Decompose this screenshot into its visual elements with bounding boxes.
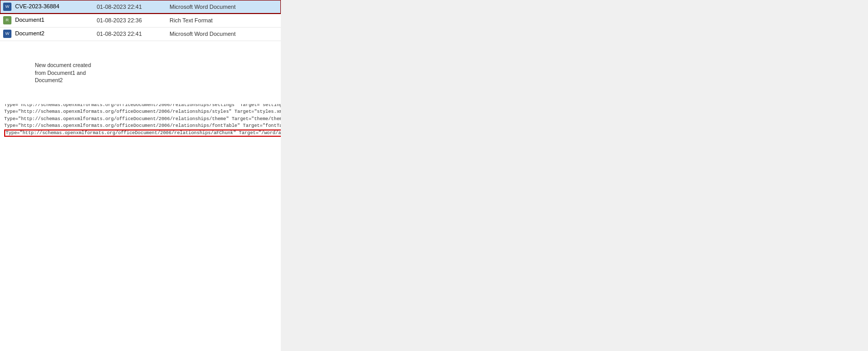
left-panel: W CVE-2023-36884 01-08-2023 22:41 Micros…	[0, 0, 281, 351]
file-name-cell: W Document2	[0, 27, 94, 41]
bottom-xml-line7: Type="http://schemas.openxmlformats.org/…	[4, 130, 281, 137]
file-type: Microsoft Word Document	[166, 0, 281, 14]
file-type-icon: W	[3, 3, 11, 11]
file-date: 01-08-2023 22:36	[94, 14, 166, 27]
xml-line1: />N :rPr> ="preserve">will be created. <…	[4, 107, 277, 137]
file-date: 01-08-2023 22:41	[94, 27, 166, 41]
file-name-cell: W CVE-2023-36884	[0, 0, 94, 14]
new-doc-annotation: New document createdfrom Document1 andDo…	[35, 61, 91, 84]
bottom-xml-line4: Type="http://schemas.openxmlformats.org/…	[4, 109, 281, 116]
file-type-icon: R	[3, 16, 11, 24]
file-date: 01-08-2023 22:41	[94, 0, 166, 14]
xml-snippet: />N :rPr> ="preserve">will be created. <…	[0, 104, 281, 140]
file-row[interactable]: R Document1 01-08-2023 22:36 Rich Text F…	[0, 14, 281, 27]
file-row[interactable]: W Document2 01-08-2023 22:41 Microsoft W…	[0, 27, 281, 41]
file-name: Document2	[15, 30, 44, 36]
file-type: Microsoft Word Document	[166, 27, 281, 41]
file-type: Rich Text Format	[166, 14, 281, 27]
bottom-xml-highlighted: Type="http://schemas.openxmlformats.org/…	[4, 129, 281, 137]
file-name: CVE-2023-36884	[15, 3, 59, 9]
bottom-xml: <?xml version="1.0" encoding="utf-8"?><R…	[0, 104, 281, 140]
bottom-xml-line5: Type="http://schemas.openxmlformats.org/…	[4, 116, 281, 123]
file-type-icon: W	[3, 30, 11, 38]
file-table: W CVE-2023-36884 01-08-2023 22:41 Micros…	[0, 0, 281, 41]
file-name-cell: R Document1	[0, 14, 94, 27]
file-row[interactable]: W CVE-2023-36884 01-08-2023 22:41 Micros…	[0, 0, 281, 14]
bottom-xml-line3: Type="http://schemas.openxmlformats.org/…	[4, 104, 281, 109]
bottom-xml-line6: Type="http://schemas.openxmlformats.org/…	[4, 123, 281, 130]
file-name: Document1	[15, 17, 44, 23]
